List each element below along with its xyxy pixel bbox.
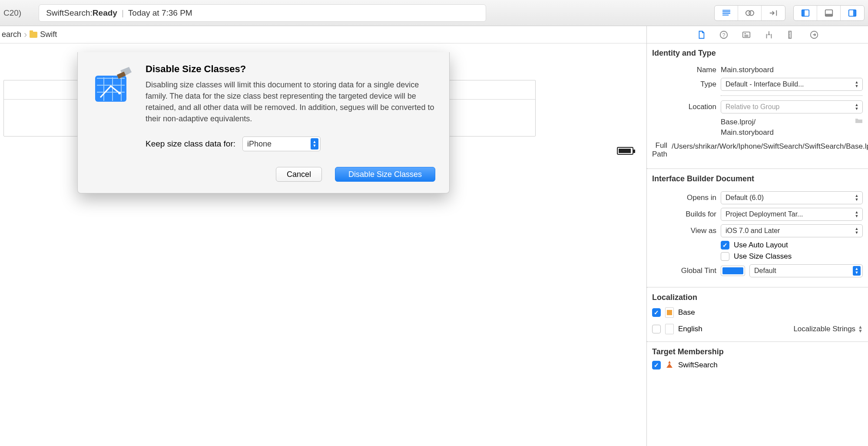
sliders-icon — [764, 30, 774, 40]
globaltint-value: Default — [754, 267, 776, 275]
use-autolayout-label: Use Auto Layout — [734, 241, 788, 250]
globaltint-select[interactable]: Default ▲▼ — [749, 264, 863, 277]
left-panel-icon — [801, 8, 810, 18]
cancel-button[interactable]: Cancel — [276, 167, 322, 182]
sheet-app-icon — [92, 63, 135, 107]
use-sizeclasses-checkbox[interactable]: Use Size Classes — [721, 252, 863, 261]
location-value: Relative to Group — [726, 103, 780, 111]
svg-point-1 — [749, 10, 754, 15]
buildsfor-select[interactable]: Project Deployment Tar... ▲▼ — [721, 208, 863, 221]
help-icon: ? — [719, 30, 729, 40]
localization-base-label: Base — [678, 308, 695, 317]
name-value[interactable]: Main.storyboard — [721, 66, 863, 74]
fullpath-label: Full Path — [652, 141, 667, 159]
fullpath-value: /Users/shrikar/Work/Iphone/SwiftSearch/S… — [672, 141, 868, 152]
id-card-icon — [742, 30, 751, 40]
use-autolayout-checkbox[interactable]: Use Auto Layout — [721, 241, 863, 250]
standard-editor-icon — [722, 8, 731, 18]
globaltint-label: Global Tint — [652, 266, 716, 275]
location-select[interactable]: Relative to Group ▲▼ — [721, 100, 863, 113]
right-panel-icon — [848, 8, 857, 18]
checkbox-icon — [652, 325, 661, 333]
checkbox-icon — [721, 241, 729, 250]
breadcrumb-item[interactable]: earch — [2, 30, 21, 39]
storyboard-file-icon — [665, 307, 674, 318]
viewas-select[interactable]: iOS 7.0 and Later ▲▼ — [721, 224, 863, 237]
location-label: Location — [652, 103, 716, 111]
breadcrumb-separator: › — [24, 29, 27, 40]
target-row[interactable]: SwiftSearch — [647, 359, 868, 373]
activity-status-field: SwiftSearch: Ready | Today at 7:36 PM — [39, 4, 486, 22]
localization-english-row[interactable]: English Localizable Strings ▲▼ — [647, 320, 868, 338]
toolbar: C20) SwiftSearch: Ready | Today at 7:36 … — [0, 0, 868, 26]
opensin-select[interactable]: Default (6.0) ▲▼ — [721, 191, 863, 204]
assistant-editor-icon — [745, 8, 755, 18]
file-icon — [696, 30, 706, 40]
status-time: Today at 7:36 PM — [128, 8, 192, 18]
bottom-panel-icon — [824, 8, 834, 18]
svg-rect-5 — [825, 13, 832, 16]
utilities-inspector: ? Identity and Type Name Main.storyboard — [646, 26, 868, 446]
checkbox-icon — [652, 361, 661, 369]
localization-base-row[interactable]: Base — [647, 305, 868, 320]
app-target-icon — [665, 360, 674, 371]
toggle-utilities-button[interactable] — [841, 6, 864, 20]
folder-icon — [30, 32, 37, 38]
localization-english-type-value: Localizable Strings — [793, 325, 855, 333]
identity-section-header: Identity and Type — [647, 43, 868, 60]
localization-english-type-select[interactable]: Localizable Strings ▲▼ — [793, 323, 863, 335]
type-select[interactable]: Default - Interface Build... ▲▼ — [721, 78, 863, 91]
standard-editor-button[interactable] — [715, 6, 738, 20]
disable-size-classes-sheet: Disable Size Classes? Disabling size cla… — [77, 52, 450, 193]
version-editor-icon — [769, 8, 778, 18]
use-sizeclasses-label: Use Size Classes — [734, 252, 792, 261]
target-membership-header: Target Membership — [647, 342, 868, 359]
battery-icon — [617, 147, 633, 155]
checkbox-icon — [721, 252, 729, 261]
editor-mode-segmented — [714, 5, 785, 21]
type-label: Type — [652, 80, 716, 89]
toggle-navigator-button[interactable] — [794, 6, 817, 20]
localization-section-header: Localization — [647, 288, 868, 305]
svg-rect-8 — [95, 76, 126, 102]
inspector-tab-bar: ? — [647, 26, 868, 43]
canvas-area: earch › Swift — [0, 26, 646, 446]
cancel-button-label: Cancel — [287, 170, 311, 179]
disable-size-classes-button[interactable]: Disable Size Classes — [335, 167, 435, 182]
viewas-label: View as — [652, 226, 716, 235]
breadcrumb-item[interactable]: Swift — [40, 30, 57, 39]
sheet-title: Disable Size Classes? — [146, 63, 435, 75]
quick-help-tab[interactable]: ? — [719, 30, 729, 40]
connections-inspector-tab[interactable] — [809, 30, 819, 40]
folder-small-icon[interactable] — [855, 117, 863, 126]
opensin-label: Opens in — [652, 193, 716, 202]
svg-point-9 — [118, 92, 121, 94]
arrow-circle-icon — [809, 30, 819, 40]
viewas-value: iOS 7.0 and Later — [726, 227, 780, 235]
identity-inspector-tab[interactable] — [742, 30, 751, 40]
status-state: Ready — [93, 8, 117, 18]
attributes-inspector-tab[interactable] — [764, 30, 774, 40]
svg-rect-3 — [802, 10, 804, 16]
assistant-editor-button[interactable] — [738, 6, 762, 20]
toolbar-left-fragment: C20) — [3, 8, 21, 18]
ruler-icon — [787, 30, 796, 40]
globaltint-colorwell[interactable] — [721, 266, 745, 276]
localization-english-label: English — [678, 325, 702, 333]
opensin-value: Default (6.0) — [726, 194, 764, 202]
file-inspector-tab[interactable] — [696, 30, 706, 40]
keep-device-select[interactable]: iPhone ▲▼ — [242, 136, 321, 151]
checkbox-icon — [652, 308, 661, 317]
panel-visibility-segmented — [793, 5, 865, 21]
toggle-debug-area-button[interactable] — [817, 6, 841, 20]
version-editor-button[interactable] — [762, 6, 785, 20]
svg-rect-7 — [853, 10, 856, 16]
status-app: SwiftSearch: — [46, 8, 93, 18]
location-path: Base.lproj/ Main.storyboard — [721, 117, 848, 138]
name-label: Name — [652, 66, 716, 74]
size-inspector-tab[interactable] — [787, 30, 796, 40]
svg-text:?: ? — [722, 32, 725, 38]
jump-bar[interactable]: earch › Swift — [0, 26, 646, 43]
keep-device-value: iPhone — [247, 140, 272, 149]
strings-file-icon — [665, 324, 674, 334]
